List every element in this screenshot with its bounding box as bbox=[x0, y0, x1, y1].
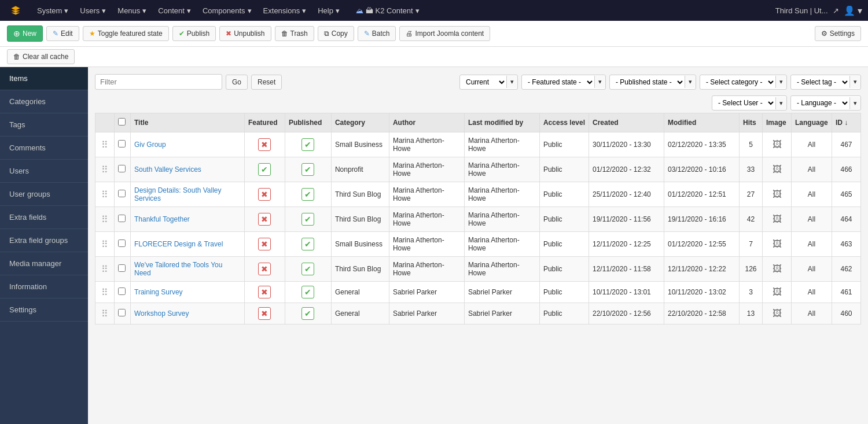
item-title-link[interactable]: Workshop Survey bbox=[134, 309, 189, 318]
published-check-icon[interactable]: ✔ bbox=[301, 163, 314, 176]
item-title-link[interactable]: Thankful Together bbox=[134, 215, 190, 223]
published-check-icon[interactable]: ✔ bbox=[301, 213, 314, 226]
featured-x-icon[interactable]: ✖ bbox=[258, 213, 271, 226]
nav-components[interactable]: Components ▾ bbox=[198, 0, 256, 21]
edit-button[interactable]: ✎ Edit bbox=[46, 26, 79, 41]
drag-handle-icon[interactable]: ⠿ bbox=[99, 264, 111, 274]
trash-button[interactable]: 🗑 Trash bbox=[275, 26, 314, 41]
drag-handle-icon[interactable]: ⠿ bbox=[99, 140, 111, 150]
featured-state-expand[interactable]: ▾ bbox=[594, 76, 605, 88]
featured-x-icon[interactable]: ✖ bbox=[258, 307, 271, 320]
row-checkbox[interactable] bbox=[118, 190, 126, 197]
nav-help[interactable]: Help ▾ bbox=[313, 0, 344, 21]
item-title-link[interactable]: We've Tailored the Tools You Need bbox=[134, 261, 222, 277]
language-expand[interactable]: ▾ bbox=[849, 97, 860, 109]
published-check-icon[interactable]: ✔ bbox=[301, 138, 314, 151]
featured-x-icon[interactable]: ✖ bbox=[258, 286, 271, 298]
toggle-featured-button[interactable]: ★ Toggle featured state bbox=[83, 26, 169, 41]
tag-select[interactable]: - Select tag - bbox=[791, 75, 849, 89]
sidebar-item-settings[interactable]: Settings bbox=[0, 298, 88, 322]
published-check-icon[interactable]: ✔ bbox=[301, 286, 314, 298]
category-combo[interactable]: - Select category - ▾ bbox=[700, 75, 787, 90]
item-title-link[interactable]: Training Survey bbox=[134, 288, 183, 296]
nav-k2content[interactable]: ⛰ 🏔 K2 Content ▾ bbox=[351, 0, 424, 21]
row-checkbox[interactable] bbox=[118, 309, 126, 316]
category-expand[interactable]: ▾ bbox=[775, 76, 786, 88]
sidebar-item-users[interactable]: Users bbox=[0, 160, 88, 183]
language-combo[interactable]: - Language - ▾ bbox=[790, 95, 861, 110]
drag-handle-icon[interactable]: ⠿ bbox=[99, 165, 111, 175]
row-checkbox[interactable] bbox=[118, 239, 126, 247]
published-check-icon[interactable]: ✔ bbox=[301, 263, 314, 275]
new-button[interactable]: ⊕ New bbox=[7, 25, 43, 42]
current-select-expand[interactable]: ▾ bbox=[506, 76, 517, 88]
settings-button[interactable]: ⚙ Settings bbox=[815, 26, 861, 41]
row-checkbox[interactable] bbox=[118, 140, 126, 148]
sidebar-item-categories[interactable]: Categories bbox=[0, 90, 88, 113]
drag-handle-icon[interactable]: ⠿ bbox=[99, 287, 111, 297]
sidebar-item-items[interactable]: Items bbox=[0, 67, 88, 90]
row-checkbox[interactable] bbox=[118, 264, 126, 272]
featured-check-icon[interactable]: ✔ bbox=[258, 163, 271, 176]
nav-content[interactable]: Content ▾ bbox=[153, 0, 196, 21]
drag-handle-icon[interactable]: ⠿ bbox=[99, 309, 111, 319]
row-checkbox[interactable] bbox=[118, 215, 126, 222]
drag-handle-icon[interactable]: ⠿ bbox=[99, 190, 111, 200]
sidebar-item-comments[interactable]: Comments bbox=[0, 137, 88, 160]
nav-extensions[interactable]: Extensions ▾ bbox=[259, 0, 311, 21]
joomla-logo[interactable] bbox=[6, 3, 25, 18]
go-button[interactable]: Go bbox=[226, 75, 248, 90]
user-select[interactable]: - Select User - bbox=[712, 96, 775, 110]
site-name[interactable]: Third Sun | Ut... bbox=[775, 6, 828, 15]
featured-state-select[interactable]: - Featured state - bbox=[522, 75, 594, 89]
featured-x-icon[interactable]: ✖ bbox=[258, 263, 271, 275]
user-menu-icon[interactable]: 👤 ▾ bbox=[844, 5, 862, 16]
reset-button[interactable]: Reset bbox=[251, 75, 282, 90]
sidebar-item-extra-field-groups[interactable]: Extra field groups bbox=[0, 229, 88, 252]
col-title[interactable]: Title bbox=[131, 113, 245, 132]
publish-button[interactable]: ✔ Publish bbox=[172, 26, 216, 41]
external-link-icon[interactable]: ↗ bbox=[833, 6, 839, 15]
featured-x-icon[interactable]: ✖ bbox=[258, 188, 271, 201]
user-select-expand[interactable]: ▾ bbox=[775, 97, 786, 109]
featured-state-combo[interactable]: - Featured state - ▾ bbox=[521, 75, 606, 90]
row-checkbox[interactable] bbox=[118, 287, 126, 295]
featured-x-icon[interactable]: ✖ bbox=[258, 138, 271, 151]
item-title-link[interactable]: Giv Group bbox=[134, 141, 166, 149]
language-select[interactable]: - Language - bbox=[791, 96, 849, 110]
tag-combo[interactable]: - Select tag - ▾ bbox=[790, 75, 861, 90]
published-state-select[interactable]: - Published state - bbox=[610, 75, 685, 89]
user-select-combo[interactable]: - Select User - ▾ bbox=[712, 95, 787, 110]
tag-expand[interactable]: ▾ bbox=[849, 76, 860, 88]
sidebar-item-user-groups[interactable]: User groups bbox=[0, 183, 88, 206]
filter-input[interactable] bbox=[95, 74, 222, 90]
select-all-checkbox[interactable] bbox=[118, 118, 126, 126]
published-check-icon[interactable]: ✔ bbox=[301, 238, 314, 250]
nav-users[interactable]: Users ▾ bbox=[75, 0, 111, 21]
published-check-icon[interactable]: ✔ bbox=[301, 188, 314, 201]
featured-x-icon[interactable]: ✖ bbox=[258, 238, 271, 250]
sidebar-item-media-manager[interactable]: Media manager bbox=[0, 252, 88, 275]
current-select[interactable]: Current bbox=[460, 75, 506, 89]
item-title-link[interactable]: South Valley Services bbox=[134, 165, 201, 174]
col-id[interactable]: ID ↓ bbox=[832, 113, 861, 132]
clear-cache-button[interactable]: 🗑 Clear all cache bbox=[7, 49, 75, 64]
batch-button[interactable]: ✎ Batch bbox=[358, 26, 396, 41]
nav-menus[interactable]: Menus ▾ bbox=[113, 0, 151, 21]
copy-button[interactable]: ⧉ Copy bbox=[318, 26, 354, 41]
import-button[interactable]: 🖨 Import Joomla content bbox=[399, 26, 490, 41]
sidebar-item-extra-fields[interactable]: Extra fields bbox=[0, 206, 88, 229]
item-title-link[interactable]: FLORECER Design & Travel bbox=[134, 240, 223, 248]
published-state-combo[interactable]: - Published state - ▾ bbox=[609, 75, 696, 90]
published-check-icon[interactable]: ✔ bbox=[301, 307, 314, 320]
drag-handle-icon[interactable]: ⠿ bbox=[99, 215, 111, 224]
category-select[interactable]: - Select category - bbox=[700, 75, 775, 89]
published-state-expand[interactable]: ▾ bbox=[685, 76, 696, 88]
sidebar-item-tags[interactable]: Tags bbox=[0, 113, 88, 137]
item-title-link[interactable]: Design Details: South Valley Services bbox=[134, 186, 222, 202]
unpublish-button[interactable]: ✖ Unpublish bbox=[219, 26, 271, 41]
sidebar-item-information[interactable]: Information bbox=[0, 275, 88, 298]
nav-system[interactable]: System ▾ bbox=[32, 0, 73, 21]
row-checkbox[interactable] bbox=[118, 165, 126, 172]
drag-handle-icon[interactable]: ⠿ bbox=[99, 239, 111, 249]
